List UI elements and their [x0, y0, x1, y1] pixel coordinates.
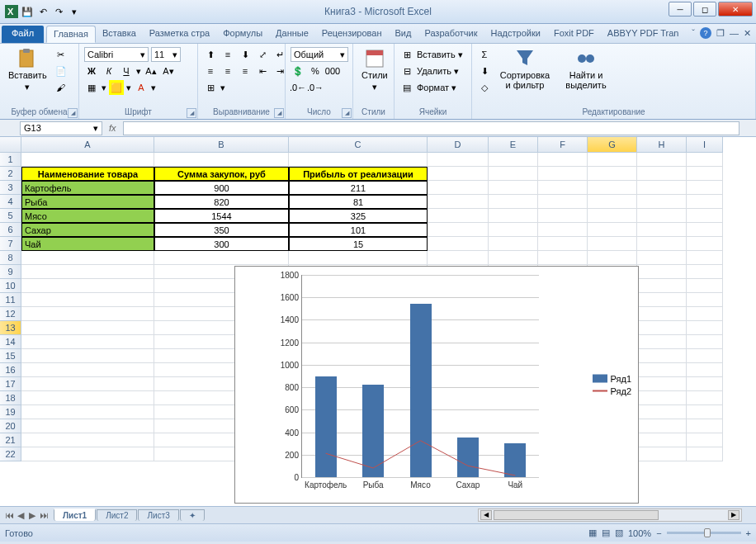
- cell-G5[interactable]: [588, 209, 637, 223]
- cell-F5[interactable]: [538, 209, 588, 223]
- last-sheet-icon[interactable]: ⏭: [38, 510, 50, 521]
- cell-B8[interactable]: [154, 251, 289, 265]
- sort-filter-button[interactable]: Сортировка и фильтр: [495, 47, 555, 92]
- align-right-icon[interactable]: ≡: [238, 64, 253, 78]
- cell-E8[interactable]: [489, 251, 538, 265]
- cell-I1[interactable]: [687, 153, 723, 167]
- chevron-down-icon[interactable]: ▾: [136, 66, 141, 77]
- cell-G1[interactable]: [588, 153, 637, 167]
- col-header-A[interactable]: A: [21, 137, 154, 153]
- dialog-launcher-icon[interactable]: ◢: [274, 108, 284, 118]
- comma-icon[interactable]: 000: [325, 64, 340, 78]
- cell-G4[interactable]: [588, 195, 637, 209]
- fx-icon[interactable]: fx: [102, 123, 123, 133]
- window-minimize-icon[interactable]: —: [730, 28, 739, 38]
- name-box[interactable]: G13▾: [20, 121, 102, 135]
- row-header-14[interactable]: 14: [0, 335, 21, 349]
- cell-H7[interactable]: [637, 237, 687, 251]
- cell-A1[interactable]: [21, 153, 154, 167]
- col-header-H[interactable]: H: [637, 137, 687, 153]
- minimize-ribbon-icon[interactable]: ˇ: [692, 28, 695, 38]
- view-layout-icon[interactable]: ▤: [602, 527, 610, 538]
- sheet-tab-1[interactable]: Лист1: [54, 509, 96, 521]
- cell-I3[interactable]: [687, 181, 723, 195]
- percent-icon[interactable]: %: [308, 64, 323, 78]
- col-header-C[interactable]: C: [289, 137, 428, 153]
- insert-cells-button[interactable]: Вставить: [417, 50, 456, 59]
- cell-C5[interactable]: 325: [289, 209, 428, 223]
- row-header-7[interactable]: 7: [0, 237, 21, 251]
- cell-A22[interactable]: [21, 447, 154, 461]
- bold-button[interactable]: Ж: [84, 64, 99, 78]
- format-cells-button[interactable]: Формат: [417, 83, 449, 92]
- row-header-8[interactable]: 8: [0, 251, 21, 265]
- cell-H12[interactable]: [637, 307, 687, 321]
- save-icon[interactable]: 💾: [21, 5, 34, 18]
- cell-A2[interactable]: Наименование товара: [21, 167, 154, 181]
- qat-dropdown-icon[interactable]: ▾: [68, 5, 81, 18]
- cell-H6[interactable]: [637, 223, 687, 237]
- view-break-icon[interactable]: ▧: [615, 527, 623, 538]
- cell-D5[interactable]: [428, 209, 489, 223]
- chevron-down-icon[interactable]: ▾: [102, 83, 106, 93]
- cell-A17[interactable]: [21, 377, 154, 391]
- cell-D4[interactable]: [428, 195, 489, 209]
- cell-I10[interactable]: [687, 279, 723, 293]
- formula-input[interactable]: [123, 121, 739, 135]
- cell-F4[interactable]: [538, 195, 588, 209]
- cell-H10[interactable]: [637, 279, 687, 293]
- row-header-18[interactable]: 18: [0, 391, 21, 405]
- font-color-icon[interactable]: A: [134, 80, 149, 95]
- cell-A9[interactable]: [21, 265, 154, 279]
- chevron-down-icon[interactable]: ▾: [454, 66, 459, 77]
- cell-I19[interactable]: [687, 405, 723, 419]
- clear-icon[interactable]: ◇: [477, 80, 492, 95]
- cell-A12[interactable]: [21, 307, 154, 321]
- fill-icon[interactable]: ⬇: [477, 64, 492, 78]
- cell-H3[interactable]: [637, 181, 687, 195]
- cell-D1[interactable]: [428, 153, 489, 167]
- tab-view[interactable]: Вид: [389, 26, 418, 43]
- row-header-1[interactable]: 1: [0, 153, 21, 167]
- close-button[interactable]: ✕: [718, 2, 753, 17]
- cell-B3[interactable]: 900: [154, 181, 289, 195]
- cell-A19[interactable]: [21, 405, 154, 419]
- first-sheet-icon[interactable]: ⏮: [3, 510, 15, 521]
- cell-A6[interactable]: Сахар: [21, 223, 154, 237]
- border-icon[interactable]: ▦: [84, 80, 99, 95]
- cell-H18[interactable]: [637, 391, 687, 405]
- cell-F1[interactable]: [538, 153, 588, 167]
- tab-review[interactable]: Рецензирован: [315, 26, 389, 43]
- cell-C3[interactable]: 211: [289, 181, 428, 195]
- format-painter-icon[interactable]: 🖌: [54, 80, 69, 95]
- number-format-combo[interactable]: Общий▾: [291, 47, 348, 62]
- cell-G8[interactable]: [588, 251, 637, 265]
- currency-icon[interactable]: 💲: [291, 64, 305, 78]
- cell-A18[interactable]: [21, 391, 154, 405]
- undo-icon[interactable]: ↶: [36, 5, 50, 18]
- col-header-B[interactable]: B: [154, 137, 289, 153]
- cell-C4[interactable]: 81: [289, 195, 428, 209]
- col-header-D[interactable]: D: [428, 137, 489, 153]
- delete-cells-icon[interactable]: ⊟: [399, 64, 414, 78]
- col-header-F[interactable]: F: [538, 137, 588, 153]
- cell-H20[interactable]: [637, 419, 687, 433]
- tab-data[interactable]: Данные: [269, 26, 315, 43]
- cell-H22[interactable]: [637, 447, 687, 461]
- redo-icon[interactable]: ↷: [52, 5, 65, 18]
- cell-F6[interactable]: [538, 223, 588, 237]
- prev-sheet-icon[interactable]: ◀: [15, 510, 26, 521]
- tab-home[interactable]: Главная: [46, 26, 96, 43]
- tab-layout[interactable]: Разметка стра: [143, 26, 216, 43]
- cell-E7[interactable]: [489, 237, 538, 251]
- cell-C8[interactable]: [289, 251, 428, 265]
- cell-B4[interactable]: 820: [154, 195, 289, 209]
- cell-B5[interactable]: 1544: [154, 209, 289, 223]
- cell-D6[interactable]: [428, 223, 489, 237]
- cell-A14[interactable]: [21, 335, 154, 349]
- italic-button[interactable]: К: [102, 64, 116, 78]
- cell-H13[interactable]: [637, 321, 687, 335]
- underline-button[interactable]: Ч: [119, 64, 134, 78]
- cell-I17[interactable]: [687, 377, 723, 391]
- row-header-9[interactable]: 9: [0, 265, 21, 279]
